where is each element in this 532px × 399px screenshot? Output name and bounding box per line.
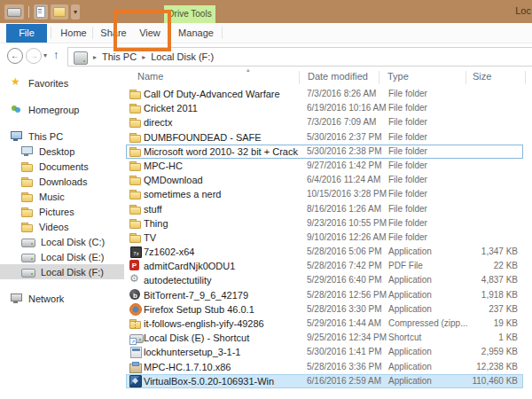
folder-row[interactable]: Microsoft word 2010- 32 bit + Crack5/30/… — [126, 145, 523, 159]
file-name: TV — [144, 231, 156, 244]
file-name: 7z1602-x64 — [144, 246, 195, 258]
column-header-row: Name ▴ Date modified Type Size — [124, 68, 532, 87]
folder-row[interactable]: stuff8/16/2016 1:26 AMFile folder — [126, 202, 523, 216]
file-list: Call Of Duty-Advanced Warfare7/3/2016 8:… — [126, 87, 523, 388]
pictures-folder-icon — [21, 206, 34, 217]
sidebar-item-this-pc[interactable]: This PC — [0, 129, 124, 144]
column-header-date-modified[interactable]: Date modified — [308, 71, 368, 82]
file-type: File folder — [388, 217, 427, 230]
folder-row[interactable]: Cricket 20116/19/2016 10:16 AMFile folde… — [126, 101, 523, 115]
sidebar-item-label: Desktop — [39, 146, 74, 157]
recent-locations-dropdown-icon[interactable]: ▾ — [43, 51, 47, 59]
file-row[interactable]: Local Disk (E) - Shortcut9/25/2016 12:34… — [126, 331, 523, 345]
sidebar-item-label: Local Disk (C:) — [41, 237, 105, 247]
column-divider[interactable] — [466, 71, 466, 84]
file-name: sometimes a nerd — [144, 188, 221, 200]
tab-file[interactable]: File — [6, 24, 47, 43]
sidebar-item-desktop[interactable]: Desktop — [0, 144, 124, 159]
breadcrumb-item[interactable]: This PC — [102, 51, 137, 62]
file-date-modified: 9/27/2016 1:42 PM — [307, 160, 382, 172]
folder-icon — [129, 231, 142, 243]
tab-separator — [92, 27, 93, 39]
file-row[interactable]: it-follows-english-yify-492865/29/2016 1… — [126, 317, 523, 331]
file-row[interactable]: lockhuntersetup_3-1-15/30/2016 1:41 PMAp… — [126, 345, 523, 359]
file-name: directx — [144, 116, 172, 129]
explorer-main: FavoritesHomegroupThis PCDesktopDocument… — [0, 68, 532, 399]
sidebar-item-local-disk-e-[interactable]: Local Disk (E:) — [0, 249, 124, 264]
downloads-folder-icon — [21, 176, 34, 187]
system-menu-button[interactable] — [4, 4, 24, 20]
sidebar-item-videos[interactable]: Videos — [0, 219, 124, 234]
folder-icon — [129, 217, 142, 229]
folder-row[interactable]: directx7/3/2016 7:09 AMFile folder — [126, 115, 523, 129]
column-header-size[interactable]: Size — [473, 71, 491, 82]
sidebar-item-network[interactable]: Network — [0, 291, 124, 306]
file-date-modified: 5/29/2016 1:44 AM — [307, 317, 381, 330]
folder-icon — [129, 145, 142, 157]
file-name: lockhuntersetup_3-1-1 — [144, 346, 240, 358]
sidebar-item-local-disk-c-[interactable]: Local Disk (C:) — [0, 234, 124, 249]
column-divider[interactable] — [299, 71, 300, 84]
file-row[interactable]: MPC-HC.1.7.10.x865/28/2016 3:36 PMApplic… — [126, 360, 523, 374]
file-name: stuff — [144, 203, 162, 215]
sidebar-item-pictures[interactable]: Pictures — [0, 204, 124, 219]
sidebar-item-favorites[interactable]: Favorites — [0, 75, 124, 90]
file-date-modified: 9/23/2016 10:55 PM — [307, 217, 387, 230]
file-row[interactable]: BitTorrent-7_9_6_421795/28/2016 12:56 PM… — [126, 288, 523, 302]
view-tab-highlight-annotation — [113, 10, 171, 51]
file-date-modified: 5/28/2016 7:42 PM — [307, 260, 382, 272]
file-row[interactable]: 7z1602-x645/28/2016 5:06 PMApplication1,… — [126, 245, 523, 259]
properties-button[interactable] — [34, 4, 48, 20]
file-type: File folder — [388, 174, 427, 186]
sidebar-item-local-disk-f-[interactable]: Local Disk (F:) — [0, 264, 124, 279]
sidebar-item-music[interactable]: Music — [0, 189, 124, 204]
tab-manage[interactable]: Manage — [172, 24, 220, 43]
customize-qat-button[interactable]: ▾ — [71, 4, 80, 20]
file-row[interactable]: autodetectutility5/29/2016 6:40 PMApplic… — [126, 273, 523, 287]
folder-row[interactable]: TV9/10/2016 12:26 AMFile folder — [126, 231, 523, 245]
file-row[interactable]: Firefox Setup Stub 46.0.15/28/2016 3:30 … — [126, 302, 523, 317]
zip-folder-icon — [129, 317, 142, 329]
sidebar-item-downloads[interactable]: Downloads — [0, 174, 124, 189]
documents-folder-icon — [21, 160, 34, 172]
sidebar-item-label: Favorites — [28, 78, 68, 89]
file-row[interactable]: VirtualBox-5.0.20-106931-Win6/16/2016 2:… — [126, 374, 523, 388]
breadcrumb-item[interactable]: Local Disk (F:) — [151, 51, 214, 62]
tab-home[interactable]: Home — [53, 24, 94, 43]
forward-button[interactable]: → — [26, 48, 42, 64]
properties-page-icon — [36, 6, 45, 18]
column-divider[interactable] — [525, 71, 526, 84]
tab-separator — [51, 27, 51, 39]
column-divider[interactable] — [379, 71, 379, 84]
folder-row[interactable]: QMDownload6/4/2016 11:24 AMFile folder — [126, 173, 523, 187]
folder-row[interactable]: Call Of Duty-Advanced Warfare7/3/2016 8:… — [126, 87, 523, 101]
folder-row[interactable]: DUMBFOUNDEAD - SAFE5/30/2016 2:37 PMFile… — [126, 130, 523, 145]
folder-row[interactable]: Thing9/23/2016 10:55 PMFile folder — [126, 216, 523, 231]
file-row[interactable]: admitCardNjk0ODU15/28/2016 7:42 PMPDF Fi… — [126, 259, 523, 273]
file-date-modified: 6/16/2016 2:59 AM — [307, 375, 381, 387]
drive-icon — [7, 8, 21, 17]
customize-dropdown-icon: ▾ — [74, 8, 77, 16]
column-header-name[interactable]: Name — [137, 71, 163, 82]
folder-row[interactable]: sometimes a nerd10/15/2016 3:28 PMFile f… — [126, 187, 523, 201]
back-button[interactable]: ← — [7, 48, 23, 64]
file-date-modified: 5/28/2016 3:30 PM — [307, 303, 382, 316]
file-type: File folder — [388, 88, 427, 100]
file-date-modified: 5/29/2016 6:40 PM — [307, 274, 382, 286]
file-name: BitTorrent-7_9_6_42179 — [144, 289, 248, 301]
file-type: File folder — [388, 116, 427, 129]
file-date-modified: 9/10/2016 12:26 AM — [307, 231, 387, 244]
up-button[interactable]: ↑ — [53, 48, 59, 61]
new-folder-button[interactable] — [51, 4, 68, 20]
folder-row[interactable]: MPC-HC9/27/2016 1:42 PMFile folder — [126, 159, 523, 173]
column-header-type[interactable]: Type — [387, 71, 409, 82]
file-type: File folder — [388, 131, 427, 144]
file-date-modified: 7/3/2016 8:26 AM — [307, 88, 376, 100]
sidebar-item-homegroup[interactable]: Homegroup — [0, 102, 124, 117]
address-bar-row: ← → ▾ ↑ ▸This PC▸Local Disk (F:) — [0, 43, 532, 68]
sidebar-item-label: Videos — [39, 222, 68, 232]
file-name: DUMBFOUNDEAD - SAFE — [144, 131, 262, 144]
folder-icon — [129, 160, 142, 171]
sidebar-item-documents[interactable]: Documents — [0, 159, 124, 174]
file-name: Local Disk (E) - Shortcut — [144, 332, 249, 344]
